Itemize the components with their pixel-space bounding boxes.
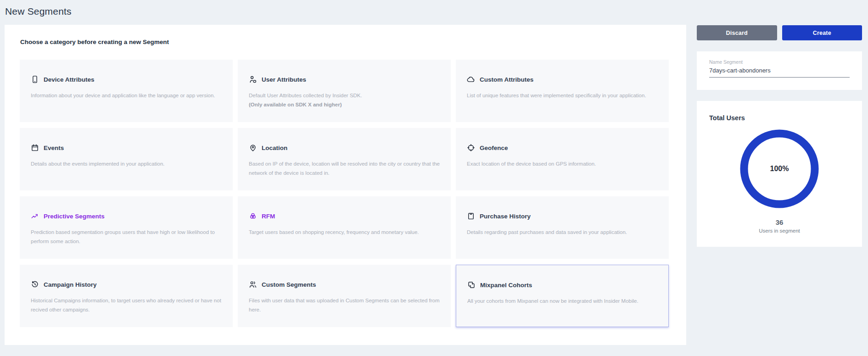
category-title: Device Attributes	[44, 76, 95, 83]
action-button-row: Discard Create	[697, 25, 862, 40]
device-icon	[31, 75, 39, 83]
category-title: Purchase History	[480, 213, 531, 220]
receipt-icon	[467, 212, 475, 220]
category-title: Custom Segments	[262, 281, 316, 288]
segment-sidebar: Discard Create Name Segment Total Users …	[697, 25, 862, 40]
donut-percent-label: 100%	[740, 129, 819, 208]
category-description: Files with user data that was uploaded i…	[249, 296, 442, 314]
history-icon	[31, 280, 39, 289]
category-title: Campaign History	[44, 281, 97, 288]
name-segment-card: Name Segment	[697, 51, 862, 90]
category-description: Historical Campaigns information, to tar…	[31, 296, 224, 314]
name-segment-label: Name Segment	[709, 59, 850, 65]
category-title: Mixpanel Cohorts	[480, 282, 532, 289]
cloud-icon	[467, 75, 475, 83]
category-description: Prediction based segmentation groups use…	[31, 228, 224, 246]
venn-icon	[249, 212, 257, 220]
trending-up-icon	[31, 212, 39, 220]
users-count-caption: Users in segment	[709, 228, 850, 234]
create-button[interactable]: Create	[782, 25, 862, 40]
category-card-rfm[interactable]: RFMTarget users based on shopping recenc…	[238, 196, 451, 259]
category-title: RFM	[262, 213, 275, 220]
category-description: Based on IP of the device, location will…	[249, 159, 442, 178]
total-users-title: Total Users	[709, 114, 850, 122]
crosshair-icon	[467, 144, 475, 152]
users-icon	[249, 280, 257, 289]
category-description-note: (Only available on SDK X and higher)	[249, 100, 442, 109]
category-card-header: User Attributes	[249, 75, 442, 83]
category-card-custom-attributes[interactable]: Custom AttributesList of unique features…	[456, 60, 669, 122]
map-pin-icon	[249, 144, 257, 152]
total-users-donut-chart: 100%	[740, 129, 819, 208]
category-description: Default User Attributes collected by Ins…	[249, 91, 442, 109]
category-grid: Device AttributesInformation about your …	[20, 60, 669, 327]
category-card-geofence[interactable]: GeofenceExact location of the device bas…	[456, 128, 669, 190]
total-users-card: Total Users 100% 36 Users in segment	[697, 101, 862, 247]
category-description: Information about your device and applic…	[31, 91, 224, 100]
category-card-header: Events	[31, 144, 224, 152]
category-description: Details about the events implemented in …	[31, 159, 224, 168]
category-card-events[interactable]: EventsDetails about the events implement…	[20, 128, 233, 190]
category-title: Predictive Segments	[44, 213, 105, 220]
category-card-header: Purchase History	[467, 212, 660, 220]
page-title: New Segments	[5, 6, 72, 17]
category-card-location[interactable]: LocationBased on IP of the device, locat…	[238, 128, 451, 190]
category-card-mixpanel-cohorts[interactable]: Mixpanel CohortsAll your cohorts from Mi…	[456, 265, 669, 327]
category-card-device-attributes[interactable]: Device AttributesInformation about your …	[20, 60, 233, 122]
category-description: Exact location of the device based on GP…	[467, 159, 660, 168]
category-card-header: Device Attributes	[31, 75, 224, 83]
category-card-header: Campaign History	[31, 280, 224, 289]
category-description: List of unique features that were implem…	[467, 91, 660, 100]
category-card-header: Custom Segments	[249, 280, 442, 289]
category-description: Target users based on shopping recency, …	[249, 228, 442, 237]
category-description: All your cohorts from Mixpanel can now b…	[467, 296, 659, 306]
category-card-header: Mixpanel Cohorts	[467, 281, 659, 289]
panel-heading: Choose a category before creating a new …	[20, 39, 169, 45]
discard-button[interactable]: Discard	[697, 25, 777, 40]
cohort-sync-icon	[467, 281, 476, 289]
segment-category-panel: Choose a category before creating a new …	[5, 25, 686, 345]
category-card-header: Geofence	[467, 144, 660, 152]
user-badge-icon	[249, 75, 257, 83]
category-card-header: RFM	[249, 212, 442, 220]
calendar-icon	[31, 144, 39, 152]
category-title: Events	[44, 145, 64, 151]
category-card-header: Predictive Segments	[31, 212, 224, 220]
category-card-purchase-history[interactable]: Purchase HistoryDetails regarding past p…	[456, 196, 669, 259]
category-card-predictive-segments[interactable]: Predictive SegmentsPrediction based segm…	[20, 196, 233, 259]
name-segment-input[interactable]	[709, 67, 850, 78]
category-card-campaign-history[interactable]: Campaign HistoryHistorical Campaigns inf…	[20, 265, 233, 327]
category-card-header: Custom Attributes	[467, 75, 660, 83]
category-card-user-attributes[interactable]: User AttributesDefault User Attributes c…	[238, 60, 451, 122]
category-card-header: Location	[249, 144, 442, 152]
users-count: 36	[709, 218, 850, 226]
category-title: Geofence	[480, 145, 508, 151]
category-title: User Attributes	[262, 76, 306, 83]
category-card-custom-segments[interactable]: Custom SegmentsFiles with user data that…	[238, 265, 451, 327]
category-title: Custom Attributes	[480, 76, 533, 83]
category-description: Details regarding past purchases and dat…	[467, 228, 660, 237]
category-title: Location	[262, 145, 287, 151]
